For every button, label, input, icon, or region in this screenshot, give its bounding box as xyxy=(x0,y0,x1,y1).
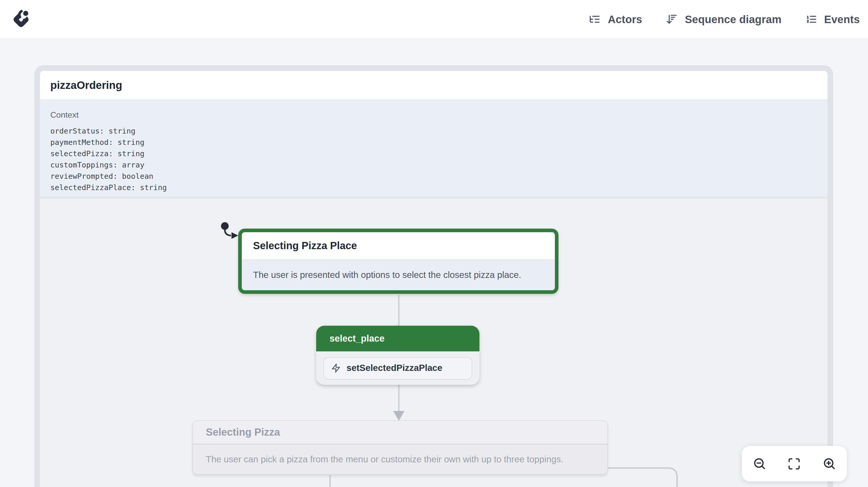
event-label: select_place xyxy=(330,333,384,344)
app-nav: Actors Sequence diagram Events xyxy=(589,13,860,25)
zoom-out-icon xyxy=(752,457,766,470)
context-line: selectedPizzaPlace: string xyxy=(50,182,817,193)
context-line: customToppings: array xyxy=(50,159,817,171)
state-description: The user is presented with options to se… xyxy=(253,270,521,281)
action-chip[interactable]: setSelectedPizzaPlace xyxy=(323,357,472,379)
nav-label: Actors xyxy=(608,13,642,25)
app-header: Actors Sequence diagram Events xyxy=(0,0,868,39)
fit-view-button[interactable] xyxy=(783,452,806,475)
state-title: Selecting Pizza xyxy=(206,426,280,438)
context-line: selectedPizza: string xyxy=(50,148,817,159)
nav-item-sequence-diagram[interactable]: Sequence diagram xyxy=(666,13,781,25)
arrow-down-wide-narrow-icon xyxy=(666,13,678,25)
list-ordered-icon xyxy=(805,13,817,25)
zoom-in-button[interactable] xyxy=(818,452,841,475)
stately-logo-icon[interactable] xyxy=(9,7,33,31)
context-panel[interactable]: Context orderStatus: string paymentMetho… xyxy=(40,99,828,197)
zoom-out-button[interactable] xyxy=(748,452,771,475)
state-node-body: The user can pick a pizza from the menu … xyxy=(193,445,607,474)
state-node-selecting-pizza-place[interactable]: Selecting Pizza Place The user is presen… xyxy=(238,229,558,294)
context-line: orderStatus: string xyxy=(50,125,817,137)
nav-label: Sequence diagram xyxy=(685,13,781,25)
event-node-header: select_place xyxy=(316,326,479,351)
machine-title-row[interactable]: pizzaOrdering xyxy=(40,71,828,99)
nav-item-actors[interactable]: Actors xyxy=(589,13,642,25)
state-node-header: Selecting Pizza Place xyxy=(242,232,555,259)
event-node-select-place[interactable]: select_place setSelectedPizzaPlace xyxy=(316,326,479,385)
context-line: paymentMethod: string xyxy=(50,137,817,148)
nav-item-events[interactable]: Events xyxy=(805,13,860,25)
state-description: The user can pick a pizza from the menu … xyxy=(206,454,563,465)
state-title: Selecting Pizza Place xyxy=(253,240,357,252)
initial-state-marker-icon xyxy=(218,220,242,241)
state-node-body: The user is presented with options to se… xyxy=(242,259,555,290)
nav-label: Events xyxy=(824,13,860,25)
context-label: Context xyxy=(50,110,817,120)
state-node-selecting-pizza[interactable]: Selecting Pizza The user can pick a pizz… xyxy=(192,420,608,475)
zoom-controls xyxy=(742,446,847,481)
zoom-in-icon xyxy=(823,457,836,470)
machine-title: pizzaOrdering xyxy=(50,79,122,91)
action-label: setSelectedPizzaPlace xyxy=(346,363,442,373)
list-tree-icon xyxy=(589,13,600,25)
fit-view-icon xyxy=(788,457,801,470)
app-root: pizzaOrdering Context orderStatus: strin… xyxy=(0,0,868,487)
event-node-body: setSelectedPizzaPlace xyxy=(316,351,479,385)
lightning-icon xyxy=(331,363,341,373)
context-line: reviewPrompted: boolean xyxy=(50,171,817,182)
state-node-header: Selecting Pizza xyxy=(193,421,607,445)
